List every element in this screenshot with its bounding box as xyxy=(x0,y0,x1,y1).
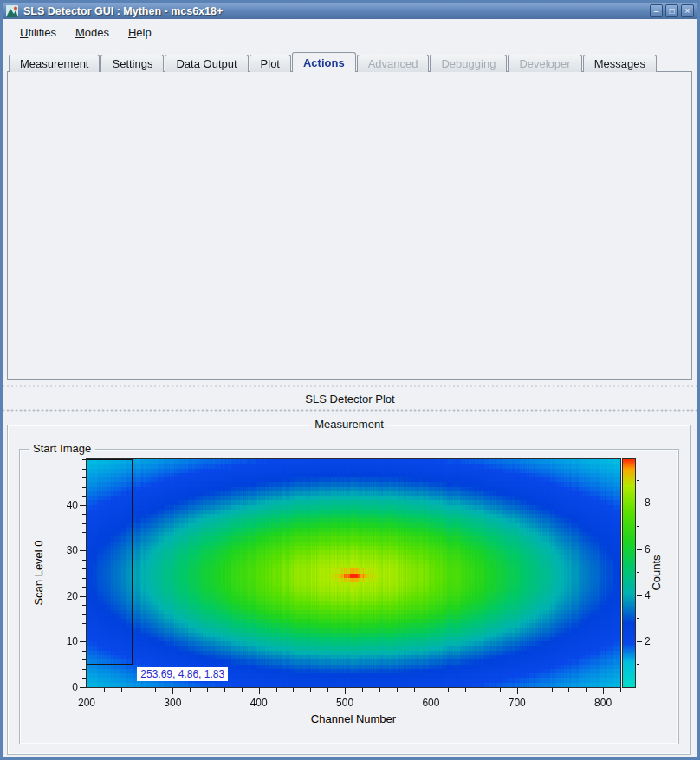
tab-messages[interactable]: Messages xyxy=(583,55,657,72)
app-window: SLS Detector GUI : Mythen - mcs6x18+ – □… xyxy=(0,0,700,760)
tab-developer[interactable]: Developer xyxy=(508,55,581,72)
splitter-handle[interactable] xyxy=(3,383,697,389)
tab-bar: Measurement Settings Data Output Plot Ac… xyxy=(9,52,658,72)
tab-measurement[interactable]: Measurement xyxy=(9,55,100,72)
menu-bar: Utilities Modes Help xyxy=(3,21,697,43)
colorbar-canvas xyxy=(622,458,636,688)
splitter-handle[interactable] xyxy=(3,407,697,413)
start-image-title: Start Image xyxy=(29,442,95,455)
app-icon xyxy=(6,5,18,17)
measurement-title: Measurement xyxy=(310,418,387,431)
zoom-selection-rect xyxy=(87,459,133,665)
cursor-readout: 253.69, 4.86, 1.83 xyxy=(137,667,228,681)
minimize-icon[interactable]: – xyxy=(650,4,663,17)
menu-utilities[interactable]: Utilities xyxy=(13,23,63,42)
window-title: SLS Detector GUI : Mythen - mcs6x18+ xyxy=(23,5,647,17)
menu-help[interactable]: Help xyxy=(121,23,159,42)
heatmap-plot-canvas[interactable] xyxy=(86,458,621,688)
menu-modes[interactable]: Modes xyxy=(68,23,116,42)
maximize-icon[interactable]: □ xyxy=(665,4,678,17)
actions-tab-panel xyxy=(7,71,692,380)
tab-debugging[interactable]: Debugging xyxy=(430,55,507,72)
y-axis-title: Scan Level 0 xyxy=(32,540,45,605)
colorbar-axis-title: Counts xyxy=(650,555,663,590)
dock-title: SLS Detector Plot xyxy=(0,393,700,406)
tab-advanced[interactable]: Advanced xyxy=(357,55,430,72)
title-bar: SLS Detector GUI : Mythen - mcs6x18+ – □… xyxy=(3,3,697,19)
close-icon[interactable]: × xyxy=(681,4,694,17)
tab-data-output[interactable]: Data Output xyxy=(165,55,248,72)
tab-plot[interactable]: Plot xyxy=(250,55,291,72)
tab-settings[interactable]: Settings xyxy=(100,55,164,72)
x-axis-title: Channel Number xyxy=(311,712,396,725)
tab-actions[interactable]: Actions xyxy=(292,52,356,72)
